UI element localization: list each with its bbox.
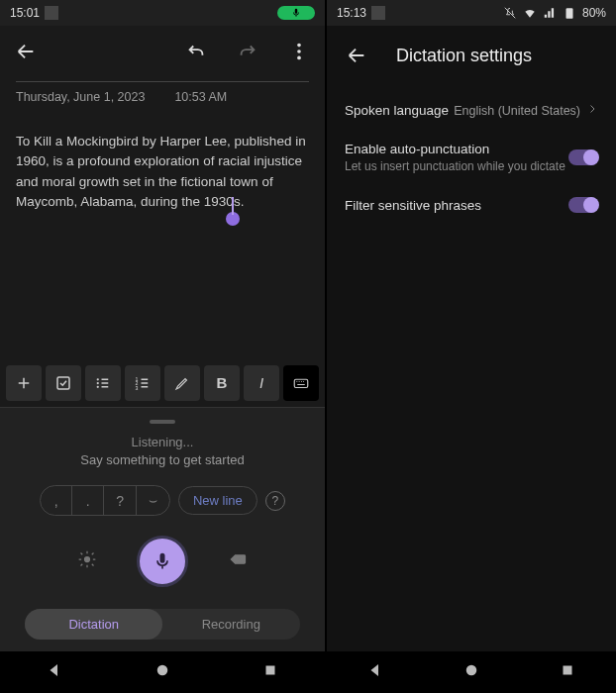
android-nav-bar — [327, 651, 616, 693]
nav-home-icon[interactable] — [462, 661, 480, 683]
period-button[interactable]: . — [72, 486, 104, 515]
svg-point-11 — [85, 557, 90, 562]
nav-back-icon[interactable] — [366, 661, 384, 683]
svg-point-15 — [466, 665, 477, 676]
status-bar: 15:13 80% — [327, 0, 616, 26]
svg-rect-10 — [294, 379, 308, 387]
svg-point-0 — [297, 44, 301, 48]
comma-button[interactable]: , — [41, 486, 72, 515]
mic-active-pill[interactable] — [277, 6, 315, 20]
space-button[interactable]: ⌣ — [137, 486, 169, 515]
dictation-panel: Listening... Say something to get starte… — [0, 407, 325, 651]
numbered-list-icon[interactable]: 123 — [125, 365, 160, 401]
silent-icon — [503, 6, 517, 20]
nav-recent-icon[interactable] — [559, 661, 576, 683]
help-icon[interactable]: ? — [265, 491, 285, 511]
divider — [16, 81, 309, 82]
status-app-icon — [45, 6, 58, 20]
note-body[interactable]: To Kill a Mockingbird by Harper Lee, pub… — [16, 132, 309, 212]
mic-row — [10, 536, 315, 587]
note-time: 10:53 AM — [174, 90, 227, 104]
status-bar: 15:01 — [0, 0, 325, 26]
nav-back-icon[interactable] — [46, 661, 63, 683]
back-icon[interactable] — [341, 40, 372, 71]
android-nav-bar — [0, 651, 325, 693]
mode-dictation[interactable]: Dictation — [25, 609, 162, 640]
setting-auto-punctuation[interactable]: Enable auto-punctuation Let us insert pu… — [327, 130, 616, 185]
note-content[interactable]: Thursday, June 1, 2023 10:53 AM To Kill … — [0, 81, 325, 212]
punctuation-group: , . ? ⌣ — [40, 485, 170, 516]
svg-rect-14 — [565, 8, 572, 18]
checkbox-icon[interactable] — [46, 365, 81, 401]
newline-button[interactable]: New line — [178, 486, 257, 515]
signal-icon — [543, 6, 557, 20]
svg-point-6 — [97, 385, 99, 387]
drag-handle[interactable] — [150, 420, 175, 424]
mic-button[interactable] — [137, 536, 188, 587]
format-toolbar: 123 B I — [0, 359, 325, 407]
bullet-list-icon[interactable] — [85, 365, 121, 401]
battery-percent: 80% — [582, 6, 606, 20]
status-app-icon — [371, 6, 385, 20]
question-button[interactable]: ? — [104, 486, 137, 515]
highlight-icon[interactable] — [164, 365, 200, 401]
svg-point-4 — [97, 378, 99, 380]
nav-recent-icon[interactable] — [261, 661, 279, 683]
svg-point-5 — [97, 382, 99, 384]
battery-icon — [563, 6, 576, 20]
svg-rect-13 — [266, 666, 275, 675]
redo-icon[interactable] — [232, 36, 263, 67]
svg-point-2 — [297, 56, 301, 60]
status-icons: 80% — [503, 6, 606, 20]
page-title: Dictation settings — [396, 46, 532, 66]
svg-rect-16 — [564, 666, 572, 675]
bold-button[interactable]: B — [204, 365, 240, 401]
status-time: 15:13 — [337, 6, 366, 20]
undo-icon[interactable] — [180, 36, 212, 67]
svg-point-12 — [157, 665, 168, 676]
status-time: 15:01 — [10, 6, 40, 20]
add-icon[interactable] — [6, 365, 42, 401]
svg-rect-3 — [57, 377, 69, 389]
listening-status: Listening... Say something to get starte… — [80, 434, 244, 469]
chevron-right-icon — [586, 103, 598, 118]
italic-button[interactable]: I — [244, 365, 279, 401]
back-icon[interactable] — [10, 36, 42, 67]
text-cursor-handle[interactable] — [226, 212, 240, 226]
keyboard-icon[interactable] — [283, 365, 319, 401]
nav-home-icon[interactable] — [154, 661, 171, 683]
setting-filter-phrases[interactable]: Filter sensitive phrases — [327, 185, 616, 225]
app-topbar — [0, 26, 325, 81]
wifi-icon — [523, 6, 537, 20]
settings-header: Dictation settings — [327, 26, 616, 91]
svg-text:3: 3 — [136, 384, 139, 390]
punctuation-row: , . ? ⌣ New line ? — [10, 485, 315, 516]
settings-gear-icon[interactable] — [77, 549, 97, 573]
note-date: Thursday, June 1, 2023 — [16, 90, 145, 104]
backspace-icon[interactable] — [228, 549, 248, 573]
note-date-row: Thursday, June 1, 2023 10:53 AM — [16, 90, 309, 104]
setting-spoken-language[interactable]: Spoken language English (United States) — [327, 91, 616, 130]
mode-recording[interactable]: Recording — [162, 609, 300, 640]
more-icon[interactable] — [283, 36, 315, 67]
svg-point-1 — [297, 50, 301, 53]
toggle-filter-phrases[interactable] — [568, 197, 598, 213]
toggle-auto-punctuation[interactable] — [568, 149, 598, 165]
mode-toggle: Dictation Recording — [25, 609, 299, 640]
